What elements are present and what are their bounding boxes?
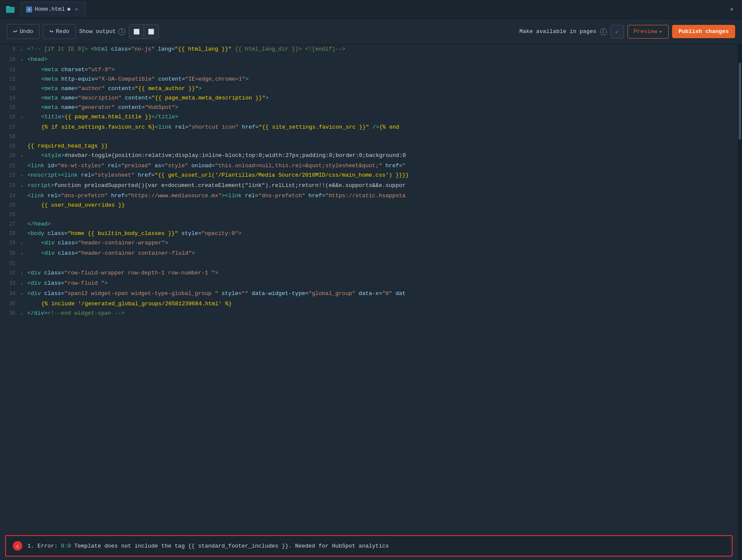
- line-content: <meta name="generator" content="HubSpot"…: [27, 103, 738, 112]
- line-number: 28: [0, 229, 21, 238]
- code-line: 20▾<style>#navbar-toggle{position:relati…: [0, 151, 738, 161]
- scrollbar-track[interactable]: [738, 45, 742, 560]
- show-output-info-icon[interactable]: i: [118, 28, 125, 35]
- svg-rect-1: [6, 6, 10, 8]
- syntax-token: onload=: [188, 163, 215, 169]
- error-description: Template does not include the tag {{ sta…: [74, 543, 389, 549]
- line-arrow: [21, 191, 27, 192]
- syntax-token: >: [245, 76, 249, 82]
- toggle-left-button[interactable]: ⬜: [129, 25, 144, 39]
- show-output-area: Show output i: [79, 28, 126, 35]
- scrollbar-thumb[interactable]: [739, 63, 741, 140]
- svg-rect-0: [6, 7, 15, 13]
- syntax-token: "stylesheet": [94, 172, 135, 178]
- code-line: 19{{ required_head_tags }}: [0, 142, 738, 151]
- syntax-token: "global_group": [308, 290, 355, 297]
- syntax-token: <noscript>: [27, 172, 61, 178]
- syntax-token: "dns-prefetch": [258, 193, 305, 199]
- show-output-label: Show output: [79, 28, 116, 35]
- line-content: <title>{{ page_meta.html_title }}</title…: [27, 112, 738, 122]
- tab-close-button[interactable]: ✕: [73, 6, 80, 13]
- tab-label: Home.html: [35, 6, 65, 12]
- syntax-token: "": [241, 290, 248, 297]
- syntax-token: "ms-wt-styles": [57, 163, 104, 169]
- html-file-icon: H: [26, 6, 32, 12]
- code-line: 34▾<div class="span12 widget-span widget…: [0, 289, 738, 299]
- error-panel: ⚠ 1. Error: 0:0 Template does not includ…: [5, 535, 733, 557]
- line-number: 26: [0, 210, 21, 220]
- error-location: 0:0: [61, 543, 74, 549]
- undo-icon: ↩: [13, 27, 17, 36]
- line-arrow: ▾: [21, 268, 27, 279]
- syntax-token: "https://static.hsappsta: [325, 193, 405, 199]
- syntax-token: ><link: [222, 193, 242, 199]
- syntax-token: <script>: [27, 182, 54, 189]
- line-arrow: [21, 220, 27, 220]
- error-icon: ⚠: [13, 541, 22, 551]
- syntax-token: <div: [41, 240, 54, 246]
- syntax-token: class=: [108, 46, 131, 52]
- syntax-token: >: [215, 270, 218, 276]
- line-number: 32: [0, 268, 21, 278]
- preview-button[interactable]: Preview ▾: [627, 25, 669, 39]
- make-available-info-icon[interactable]: i: [600, 28, 607, 35]
- line-arrow: [21, 75, 27, 75]
- line-arrow: ▾: [21, 151, 27, 161]
- line-content: <meta charset="utf-8">: [27, 65, 738, 75]
- code-line: 16▾<title>{{ page_meta.html_title }}</ti…: [0, 112, 738, 123]
- line-arrow: [21, 132, 27, 133]
- preview-dropdown-arrow: ▾: [659, 28, 662, 35]
- redo-button[interactable]: ↪ Redo: [43, 24, 75, 39]
- syntax-token: class=: [54, 240, 78, 246]
- error-message: 1. Error: 0:0 Template does not include …: [27, 543, 389, 549]
- line-content: <body class="home {{ builtin_body_classe…: [27, 229, 738, 238]
- syntax-token: "shortcut icon": [188, 124, 238, 130]
- line-content: {% include '/generated_global_groups/265…: [27, 299, 738, 309]
- line-content: <div class="row-fluid-wrapper row-depth-…: [27, 268, 738, 278]
- syntax-token: "IE=edge,chrome=1": [185, 76, 245, 82]
- syntax-token: <div: [27, 280, 41, 286]
- syntax-token: style=: [178, 230, 202, 237]
- line-number: 21: [0, 161, 21, 171]
- tab-home-html[interactable]: H Home.html ✕: [21, 2, 85, 17]
- syntax-token: rel=: [104, 163, 121, 169]
- tab-modified-dot: [67, 8, 70, 11]
- syntax-token: >: [265, 95, 269, 101]
- svg-text:H: H: [28, 8, 30, 12]
- syntax-token: "this.onload=null,this.rel=&quot;stylesh…: [215, 163, 382, 169]
- syntax-token: href=: [108, 193, 128, 199]
- line-number: 33: [0, 279, 21, 288]
- line-content: {{ required_head_tags }}: [27, 142, 738, 151]
- code-line: 9▸<!-- [if lt IE 9]> <html class="no-js"…: [0, 45, 738, 55]
- line-number: 30: [0, 249, 21, 258]
- line-number: 31: [0, 259, 21, 268]
- line-number: 29: [0, 238, 21, 248]
- code-line: 22▾<noscript><link rel="stylesheet" href…: [0, 171, 738, 181]
- syntax-token: <meta: [41, 95, 58, 101]
- toggle-right-icon: ⬜: [148, 29, 154, 35]
- line-content: <link id="ms-wt-styles" rel="preload" as…: [27, 161, 738, 171]
- syntax-token: rel=: [44, 193, 61, 199]
- syntax-token: class=: [54, 250, 78, 256]
- undo-button[interactable]: ↩ Undo: [7, 24, 39, 39]
- code-line: 23▾<script>function preloadSupported(){v…: [0, 181, 738, 191]
- line-content: <noscript><link rel="stylesheet" href="{…: [27, 171, 738, 180]
- syntax-token: <!-- [if lt IE 9]>: [27, 46, 91, 52]
- code-line: 36▸</div><!--end widget-span -->: [0, 309, 738, 319]
- syntax-token: <div: [27, 290, 41, 297]
- code-line: 31: [0, 259, 738, 268]
- syntax-token: <meta: [41, 85, 58, 92]
- syntax-token: "{{ get_asset_url('/Plantillas/Media Sou…: [154, 172, 402, 178]
- syntax-token: dat: [392, 290, 405, 297]
- syntax-token: >: [165, 240, 169, 246]
- syntax-token: <style>: [41, 152, 65, 159]
- syntax-token: href=: [305, 193, 326, 199]
- syntax-token: data-x=: [356, 290, 382, 297]
- make-available-checkbox[interactable]: ✓: [610, 25, 624, 39]
- line-content: <meta name="description" content="{{ pag…: [27, 93, 738, 103]
- publish-button[interactable]: Publish changes: [672, 25, 735, 38]
- code-area[interactable]: 9▸<!-- [if lt IE 9]> <html class="no-js"…: [0, 45, 738, 532]
- syntax-token: lang=: [154, 46, 175, 52]
- tab-dropdown-button[interactable]: ▾: [725, 3, 739, 16]
- toggle-right-button[interactable]: ⬜: [144, 25, 158, 39]
